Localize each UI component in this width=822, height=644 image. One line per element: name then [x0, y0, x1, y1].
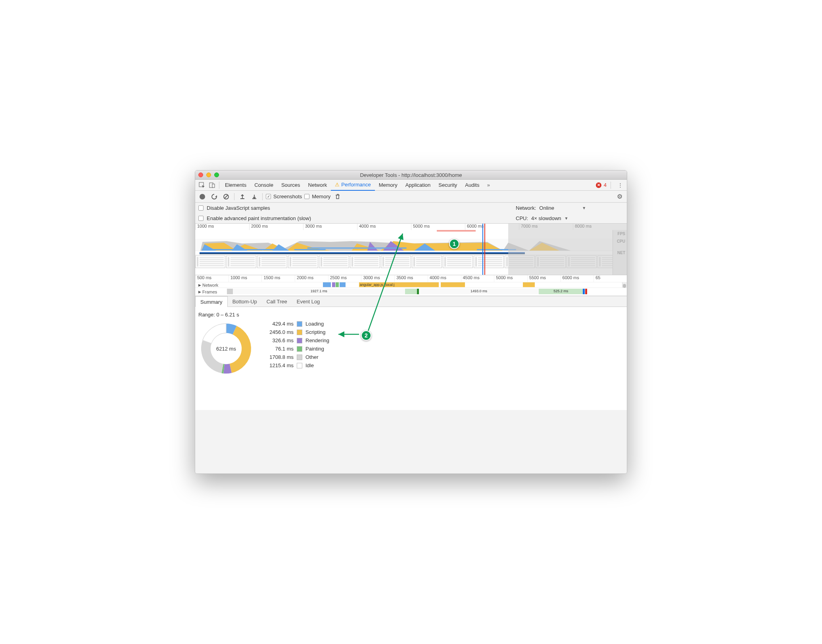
memory-checkbox[interactable] — [304, 194, 309, 199]
tab-label: Elements — [225, 182, 246, 188]
legend-label: Painting — [305, 346, 324, 352]
ruler-tick: 4000 ms — [357, 224, 411, 230]
filmstrip-thumb[interactable] — [443, 255, 473, 268]
annotation-badge-1: 1 — [449, 239, 459, 249]
ruler-tick: 500 ms — [195, 275, 229, 282]
cpu-throttle-dropdown[interactable]: CPU: 4× slowdown ▼ — [516, 213, 568, 223]
record-button[interactable] — [198, 192, 207, 201]
error-count[interactable]: 4 — [604, 182, 607, 188]
overview-dim-right — [508, 224, 627, 275]
network-track[interactable]: ▶Network angular_app.js (local:j — [195, 282, 627, 288]
legend-value: 2456.0 ms — [262, 329, 294, 335]
network-throttle-dropdown[interactable]: Network: Online ▼ — [516, 203, 586, 213]
separator — [262, 193, 263, 200]
detail-tab-bottom-up[interactable]: Bottom-Up — [228, 296, 262, 307]
save-profile-icon[interactable] — [250, 192, 259, 201]
frame-segment[interactable]: 525.2 ms — [539, 289, 583, 294]
legend-swatch — [297, 363, 302, 368]
device-toolbar-icon[interactable] — [207, 181, 217, 190]
separator — [234, 193, 234, 200]
flame-segment[interactable]: angular_app.js (local:j — [359, 282, 439, 287]
detail-tab-summary[interactable]: Summary — [195, 296, 228, 307]
filmstrip-thumb[interactable] — [288, 255, 318, 268]
chevron-down-icon: ▼ — [582, 206, 586, 210]
disable-js-samples-checkbox[interactable] — [198, 205, 204, 211]
panel-tab-application[interactable]: Application — [401, 180, 435, 191]
overview-playhead-red[interactable] — [484, 224, 485, 275]
legend-label: Idle — [305, 362, 314, 368]
separator — [219, 182, 219, 189]
panel-tab-performance[interactable]: ⚠Performance — [331, 180, 375, 191]
legend-label: Other — [305, 354, 319, 360]
panel-tab-audits[interactable]: Audits — [461, 180, 483, 191]
network-track-label: Network — [202, 283, 218, 288]
legend-value: 76.1 ms — [262, 346, 294, 352]
capture-settings-gear-icon[interactable]: ⚙ — [615, 192, 624, 201]
advanced-paint-checkbox[interactable] — [198, 216, 204, 221]
overview-playhead-blue[interactable] — [482, 224, 483, 275]
tab-label: Console — [254, 182, 273, 188]
panel-tab-sources[interactable]: Sources — [277, 180, 304, 191]
panel-tab-network[interactable]: Network — [304, 180, 331, 191]
panel-tab-elements[interactable]: Elements — [221, 180, 250, 191]
error-badge-icon[interactable]: ✕ — [596, 182, 601, 188]
tab-label: Performance — [341, 182, 371, 188]
separator — [611, 182, 611, 189]
frames-body[interactable]: 1927.1 ms 1493.0 ms 525.2 ms — [227, 288, 627, 295]
capture-options: Disable JavaScript samples Enable advanc… — [195, 203, 627, 224]
filmstrip-thumb[interactable] — [412, 255, 442, 268]
clear-button[interactable] — [221, 192, 231, 201]
filmstrip-thumb[interactable] — [257, 255, 287, 268]
summary-donut-chart: 6212 ms — [198, 321, 254, 376]
tab-label: Sources — [281, 182, 300, 188]
disable-js-samples-label: Disable JavaScript samples — [207, 205, 270, 211]
legend-swatch — [297, 338, 302, 343]
detail-tab-event-log[interactable]: Event Log — [292, 296, 325, 307]
donut-slice-idle — [203, 324, 226, 343]
legend-row: 2456.0 msScripting — [262, 329, 329, 335]
perf-toolbar: Screenshots Memory ⚙ — [195, 191, 627, 203]
detail-ruler[interactable]: 500 ms1000 ms1500 ms2000 ms2500 ms3000 m… — [195, 275, 627, 282]
tab-label: Security — [438, 182, 457, 188]
tab-label: Application — [405, 182, 431, 188]
frame-segment[interactable]: 1927.1 ms — [233, 289, 405, 294]
inspect-element-icon[interactable] — [197, 181, 207, 190]
screenshots-checkbox[interactable] — [266, 194, 271, 199]
titlebar: Developer Tools - http://localhost:3000/… — [195, 171, 627, 180]
panel-tab-security[interactable]: Security — [434, 180, 461, 191]
frame-segment[interactable]: 1493.0 ms — [419, 289, 539, 294]
legend-label: Scripting — [305, 329, 326, 335]
expand-icon[interactable]: ▶ — [198, 283, 201, 287]
filmstrip-thumb[interactable] — [474, 255, 504, 268]
window-title: Developer Tools - http://localhost:3000/… — [195, 172, 627, 178]
ruler-tick: 4000 ms — [428, 275, 461, 282]
overview-selection-bar — [437, 230, 476, 232]
panel-tabs-row: ElementsConsoleSourcesNetwork⚠Performanc… — [195, 180, 627, 191]
filmstrip-thumb[interactable] — [319, 255, 349, 268]
expand-icon[interactable]: ▶ — [198, 290, 201, 294]
annotation-badge-2: 2 — [361, 330, 371, 341]
svg-line-4 — [225, 195, 228, 198]
ruler-tick: 5000 ms — [411, 224, 465, 230]
filmstrip-thumb[interactable] — [350, 255, 380, 268]
legend-value: 1215.4 ms — [262, 362, 294, 368]
svg-rect-9 — [294, 249, 326, 250]
cpu-label: CPU: — [516, 215, 528, 221]
load-profile-icon[interactable] — [238, 192, 247, 201]
donut-total: 6212 ms — [216, 346, 236, 352]
legend-row: 429.4 msLoading — [262, 321, 329, 327]
more-tabs-icon[interactable]: » — [483, 181, 494, 190]
timeline-overview[interactable]: 1000 ms2000 ms3000 ms4000 ms5000 ms6000 … — [195, 224, 627, 275]
panel-tab-memory[interactable]: Memory — [375, 180, 401, 191]
frames-track[interactable]: ▶Frames 1927.1 ms 1493.0 ms 525.2 ms — [195, 288, 627, 296]
garbage-collect-icon[interactable] — [333, 192, 342, 201]
filmstrip-thumb[interactable] — [226, 255, 256, 268]
memory-label: Memory — [312, 194, 330, 199]
filmstrip-thumb[interactable] — [195, 255, 225, 268]
reload-record-button[interactable] — [209, 192, 219, 201]
panel-tab-console[interactable]: Console — [250, 180, 277, 191]
kebab-menu-icon[interactable]: ⋮ — [615, 181, 625, 190]
advanced-paint-label: Enable advanced paint instrumentation (s… — [207, 215, 311, 221]
filmstrip-thumb[interactable] — [381, 255, 411, 268]
detail-tab-call-tree[interactable]: Call Tree — [262, 296, 292, 307]
